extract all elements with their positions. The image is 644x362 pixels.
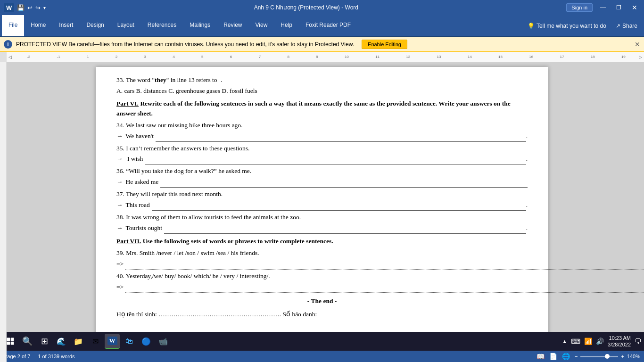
zoom-level: 140% [627, 354, 640, 359]
arrow-icon-37: → [116, 200, 123, 210]
web-layout-icon[interactable]: 🌐 [562, 353, 570, 360]
mail-icon[interactable]: ✉ [88, 334, 103, 349]
title-bar-left: W 💾 ↩ ↪ ▾ [4, 3, 46, 12]
protected-message: PROTECTED VIEW Be careful—files from the… [16, 41, 354, 48]
zoom-in-icon[interactable]: + [621, 354, 624, 359]
undo-qa-icon[interactable]: ↩ [27, 4, 33, 11]
part6-label: Part VI. [116, 100, 139, 107]
save-qa-icon[interactable]: 💾 [17, 4, 25, 11]
clock-date: 3/28/2022 [608, 341, 631, 348]
redo-qa-icon[interactable]: ↪ [35, 4, 41, 11]
share-button[interactable]: ↗ Share [611, 15, 642, 36]
network-icon[interactable]: 📶 [584, 337, 592, 345]
q40-answer: => [116, 282, 528, 293]
word-taskbar-icon[interactable]: W [105, 334, 120, 349]
restore-icon[interactable]: ❐ [613, 4, 624, 11]
tab-home[interactable]: Home [24, 15, 52, 36]
q33-options: A. cars B. distances C. greenhouse gases… [116, 86, 528, 96]
part7-label: Part VII. [116, 238, 141, 245]
signature-text: Họ tên thí sinh: …………………………………………………. Số… [116, 311, 317, 318]
status-bar-right: 📖 📄 🌐 − + 140% [537, 353, 640, 360]
protected-view-bar: i PROTECTED VIEW Be careful—files from t… [0, 37, 644, 52]
tab-mailings[interactable]: Mailings [183, 15, 217, 36]
title-bar-center: Anh 9 C Nhương (Protected View) - Word [46, 4, 566, 11]
arrow-sym-40: => [116, 282, 124, 292]
arrow-sym-39: => [116, 259, 124, 269]
enable-editing-button[interactable]: Enable Editing [362, 40, 407, 49]
read-mode-icon[interactable]: 📖 [537, 353, 545, 360]
q36-answer: → He asked me [116, 177, 528, 188]
sign-in-button[interactable]: Sign in [566, 3, 593, 12]
tab-file[interactable]: File [2, 15, 24, 36]
taskbar-right: ▲ ⌨ 📶 🔊 10:23 AM 3/28/2022 🗨 [562, 335, 641, 348]
q38-answer: → Tourists ought . [116, 223, 528, 234]
zoom-slider[interactable] [580, 356, 618, 357]
end-line: - The end - [116, 296, 528, 306]
tab-review[interactable]: Review [217, 15, 248, 36]
taskbar: 🔍 ⊞ 🌊 📁 ✉ W 🛍 🔵 📹 ▲ ⌨ 📶 🔊 10:23 AM 3/28/… [0, 332, 644, 351]
signature-line: Họ tên thí sinh: …………………………………………………. Số… [116, 310, 528, 320]
svg-rect-3 [11, 342, 14, 345]
taskview-icon[interactable]: ⊞ [37, 334, 52, 349]
q37-answer: → This road . [116, 200, 528, 211]
keyboard-icon[interactable]: ⌨ [571, 337, 580, 345]
zoom-app-icon[interactable]: 📹 [156, 334, 171, 349]
question-34: 34. We last saw our missing bike three h… [116, 121, 528, 131]
ruler-body: ◁ -2-112345678910111213141516171819 ▷ [7, 52, 644, 62]
part-6-heading: Part VI. Rewrite each of the following s… [116, 99, 528, 119]
close-protected-bar-icon[interactable]: ✕ [635, 41, 640, 48]
tab-layout[interactable]: Layout [111, 15, 141, 36]
store-icon[interactable]: 🛍 [122, 334, 137, 349]
q39-answer: => [116, 259, 528, 270]
arrow-icon-35: → [116, 154, 123, 164]
title-bar-right: Sign in — ❐ ✕ [566, 3, 640, 12]
tell-me-text: Tell me what you want to do [537, 23, 606, 29]
ribbon: File Home Insert Design Layout Reference… [0, 15, 644, 37]
question-36: 36. “Will you take the dog for a walk?” … [116, 166, 528, 176]
svg-rect-1 [11, 338, 14, 341]
end-text: - The end - [307, 297, 337, 304]
share-label: Share [622, 23, 637, 29]
caret-up-icon[interactable]: ▲ [562, 338, 567, 344]
zoom-thumb [605, 354, 610, 359]
status-bar-left: Page 2 of 7 1 of 3139 words [4, 354, 75, 359]
part-7-heading: Part VII. Use the following sets of word… [116, 237, 528, 247]
explorer-icon[interactable]: 📁 [71, 334, 86, 349]
tab-foxit[interactable]: Foxit Reader PDF [299, 15, 357, 36]
tab-insert[interactable]: Insert [52, 15, 80, 36]
question-40: 40. Yesterday,/we/ buy/ book/ which/ be … [116, 272, 528, 281]
left-sidebar [0, 62, 7, 362]
q35-answer: → I wish . [116, 154, 528, 165]
minimize-icon[interactable]: — [597, 4, 609, 11]
zoom-area: − + 140% [575, 354, 640, 359]
volume-icon[interactable]: 🔊 [596, 337, 604, 345]
title-bar: W 💾 ↩ ↪ ▾ Anh 9 C Nhương (Protected View… [0, 0, 644, 15]
arrow-icon-38: → [116, 223, 123, 233]
tell-me-search[interactable]: 💡 Tell me what you want to do [523, 15, 611, 36]
chrome-icon[interactable]: 🔵 [139, 334, 154, 349]
search-taskbar-icon[interactable]: 🔍 [20, 334, 35, 349]
q33-text: 33. The word "they" in line 13 refers to [116, 76, 217, 83]
clock: 10:23 AM 3/28/2022 [608, 335, 631, 348]
part6-instruction: Rewrite each of the following sentences … [116, 100, 511, 117]
part7-instruction: Use the following sets of words or phras… [143, 238, 333, 245]
word-icon: W [4, 3, 14, 12]
notification-icon[interactable]: 🗨 [635, 337, 641, 345]
edge-icon[interactable]: 🌊 [54, 334, 69, 349]
tab-references[interactable]: References [141, 15, 183, 36]
zoom-out-icon[interactable]: − [575, 354, 578, 359]
ruler: ◁ -2-112345678910111213141516171819 ▷ [0, 52, 644, 62]
question-35: 35. I can’t remember the answers to thes… [116, 144, 528, 154]
question-37: 37. They will repair this road next mont… [116, 189, 528, 199]
q33-options-text: A. cars B. distances C. greenhouse gases… [116, 87, 257, 94]
tab-help[interactable]: Help [274, 15, 299, 36]
tab-design[interactable]: Design [80, 15, 110, 36]
lightbulb-icon: 💡 [528, 23, 535, 29]
tab-view[interactable]: View [249, 15, 274, 36]
protected-info-icon: i [4, 40, 12, 49]
question-38: 38. It was wrong of them to allow touris… [116, 213, 528, 222]
print-layout-icon[interactable]: 📄 [549, 353, 557, 360]
q34-answer: → We haven't . [116, 132, 528, 142]
close-icon[interactable]: ✕ [629, 4, 640, 11]
svg-rect-0 [7, 338, 10, 341]
